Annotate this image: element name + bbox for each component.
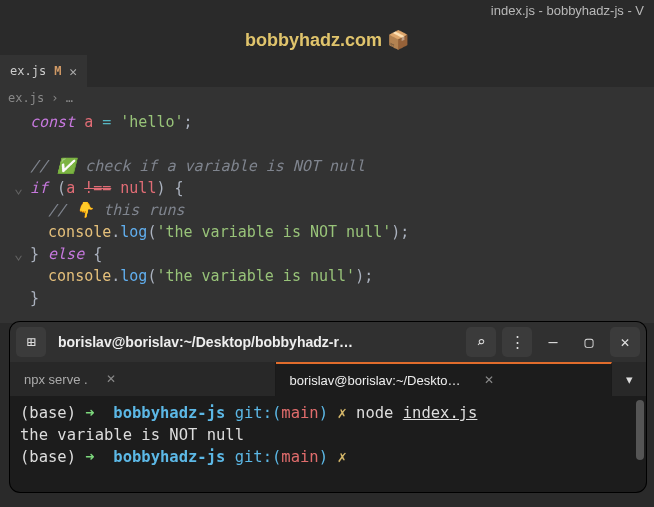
terminal-body[interactable]: (base) ➜ bobbyhadz-js git:(main) ✗ node …	[10, 396, 646, 492]
terminal-line: (base) ➜ bobbyhadz-js git:(main) ✗ node …	[20, 402, 636, 424]
code-line: console.log('the variable is NOT null');	[14, 221, 654, 243]
close-icon[interactable]: ✕	[610, 327, 640, 357]
scrollbar[interactable]	[636, 400, 644, 460]
code-editor[interactable]: const a = 'hello'; // ✅ check if a varia…	[0, 109, 654, 323]
terminal-title: borislav@borislav:~/Desktop/bobbyhadz-r…	[52, 334, 460, 350]
close-icon[interactable]: ✕	[484, 373, 494, 387]
code-line: }	[14, 287, 654, 309]
breadcrumb[interactable]: ex.js › …	[0, 87, 654, 109]
editor-tab-bar: ex.js M ✕	[0, 55, 654, 87]
terminal-tab[interactable]: npx serve . ✕	[10, 362, 276, 396]
code-line	[14, 133, 654, 155]
new-tab-button[interactable]: ⊞	[16, 327, 46, 357]
code-line: const a = 'hello';	[14, 111, 654, 133]
breadcrumb-file: ex.js	[8, 91, 44, 105]
editor-tab[interactable]: ex.js M ✕	[0, 55, 87, 87]
terminal-titlebar: ⊞ borislav@borislav:~/Desktop/bobbyhadz-…	[10, 322, 646, 362]
close-icon[interactable]: ✕	[106, 372, 116, 386]
window-title: index.js - bobbyhadz-js - V	[0, 0, 654, 21]
minimize-icon[interactable]: –	[538, 327, 568, 357]
breadcrumb-rest: …	[66, 91, 73, 105]
fold-icon[interactable]: ⌄	[14, 243, 24, 265]
site-banner: bobbyhadz.com 📦	[0, 21, 654, 55]
code-line: // ✅ check if a variable is NOT null	[14, 155, 654, 177]
menu-icon[interactable]: ⋮	[502, 327, 532, 357]
breadcrumb-sep: ›	[51, 91, 58, 105]
code-line: ⌄} else {	[14, 243, 654, 265]
terminal-tab-label: npx serve .	[24, 372, 88, 387]
search-icon[interactable]: ⌕	[466, 327, 496, 357]
tab-dropdown-icon[interactable]: ▾	[612, 362, 646, 396]
tab-filename: ex.js	[10, 64, 46, 78]
maximize-icon[interactable]: ▢	[574, 327, 604, 357]
terminal-line: (base) ➜ bobbyhadz-js git:(main) ✗	[20, 446, 636, 468]
code-line: ⌄if (a !== null) {	[14, 177, 654, 199]
fold-icon[interactable]: ⌄	[14, 177, 24, 199]
code-line: console.log('the variable is null');	[14, 265, 654, 287]
terminal-tab-active[interactable]: borislav@borislav:~/Desktop/b… ✕	[276, 362, 612, 396]
code-line: // 👇 this runs	[14, 199, 654, 221]
terminal-tabs: npx serve . ✕ borislav@borislav:~/Deskto…	[10, 362, 646, 396]
terminal-line: the variable is NOT null	[20, 424, 636, 446]
close-icon[interactable]: ✕	[69, 64, 77, 79]
terminal-tab-label: borislav@borislav:~/Desktop/b…	[290, 373, 466, 388]
tab-modified-indicator: M	[54, 64, 61, 78]
terminal-window: ⊞ borislav@borislav:~/Desktop/bobbyhadz-…	[10, 322, 646, 492]
